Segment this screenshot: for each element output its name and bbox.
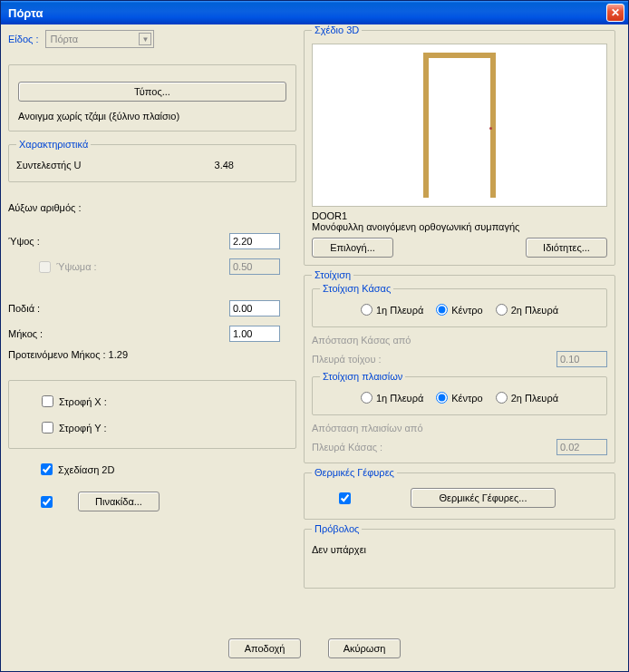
panel-dist-input bbox=[556, 439, 607, 455]
panel-center-option[interactable]: Κέντρο bbox=[436, 392, 482, 404]
frame-dist-label: Απόσταση Κάσας από bbox=[312, 335, 607, 346]
chars-legend: Χαρακτηριστικά bbox=[16, 139, 91, 150]
wall-side-label: Πλευρά τοίχου : bbox=[312, 354, 382, 365]
plate-checkbox[interactable] bbox=[41, 496, 53, 508]
seq-label: Αύξων αριθμός : bbox=[8, 202, 296, 213]
rotx-checkbox[interactable] bbox=[42, 395, 53, 407]
type-button[interactable]: Τύπος... bbox=[18, 82, 286, 102]
frame-align-legend: Στοίχιση Κάσας bbox=[320, 283, 393, 294]
frame-center-option[interactable]: Κέντρο bbox=[436, 304, 482, 316]
dialog-window: Πόρτα ✕ Είδος : Πόρτα ▼ Τύπος... Ανοιγμα… bbox=[0, 0, 629, 672]
panel-align-legend: Στοίχιση πλαισίων bbox=[320, 371, 405, 382]
kind-label: Είδος : bbox=[8, 34, 38, 44]
u-coef-value: 3.48 bbox=[215, 160, 234, 170]
type-description: Ανοιγμα χωρίς τζάμι (ξύλινο πλαίσιο) bbox=[18, 111, 286, 122]
draw2d-checkbox[interactable] bbox=[41, 463, 53, 475]
overhang-legend: Πρόβολος bbox=[312, 523, 362, 534]
door-icon bbox=[423, 53, 496, 198]
preview-legend: Σχέδιο 3D bbox=[312, 24, 362, 35]
cancel-button[interactable]: Ακύρωση bbox=[328, 638, 401, 658]
rise-label: Ύψωμα : bbox=[56, 261, 97, 272]
window-title: Πόρτα bbox=[8, 6, 43, 20]
titlebar: Πόρτα ✕ bbox=[1, 1, 628, 24]
thermal-checkbox[interactable] bbox=[339, 492, 351, 504]
suggested-length: Προτεινόμενο Μήκος : 1.29 bbox=[8, 349, 296, 360]
roty-label: Στροφή Y : bbox=[59, 423, 107, 433]
plate-button[interactable]: Πινακίδα... bbox=[78, 492, 160, 511]
rise-input bbox=[229, 258, 280, 275]
thermal-button[interactable]: Θερμικές Γέφυρες... bbox=[411, 488, 556, 508]
frame-side1-option[interactable]: 1η Πλευρά bbox=[361, 304, 423, 316]
door-code: DOOR1 bbox=[312, 210, 607, 221]
close-icon[interactable]: ✕ bbox=[606, 4, 624, 22]
panel-dist-label: Απόσταση πλαισίων από bbox=[312, 423, 607, 433]
length-input[interactable] bbox=[229, 326, 280, 342]
draw2d-label: Σχεδίαση 2D bbox=[58, 464, 114, 475]
roty-checkbox[interactable] bbox=[42, 422, 53, 433]
ok-button[interactable]: Αποδοχή bbox=[228, 638, 301, 658]
height-input[interactable] bbox=[229, 233, 280, 249]
length-label: Μήκος : bbox=[8, 328, 43, 339]
door-preview bbox=[312, 44, 607, 207]
height-label: Ύψος : bbox=[8, 236, 40, 247]
panel-side1-option[interactable]: 1η Πλευρά bbox=[361, 392, 423, 404]
overhang-text: Δεν υπάρχει bbox=[312, 541, 607, 555]
kind-value: Πόρτα bbox=[50, 34, 78, 44]
chevron-down-icon: ▼ bbox=[139, 33, 151, 45]
properties-button[interactable]: Ιδιότητες... bbox=[526, 238, 607, 258]
panel-side2-option[interactable]: 2η Πλευρά bbox=[496, 392, 558, 404]
rotx-label: Στροφή Χ : bbox=[59, 396, 107, 407]
sill-input[interactable] bbox=[229, 300, 280, 317]
thermal-legend: Θερμικές Γέφυρες bbox=[312, 467, 397, 478]
u-coef-label: Συντελεστής U bbox=[16, 160, 82, 170]
frame-dist-input bbox=[556, 351, 607, 367]
panel-side-label: Πλευρά Κάσας : bbox=[312, 442, 382, 453]
kind-combo: Πόρτα ▼ bbox=[45, 30, 154, 48]
rise-checkbox bbox=[39, 261, 51, 273]
select-button[interactable]: Επιλογή... bbox=[312, 238, 393, 258]
align-legend: Στοίχιση bbox=[312, 269, 353, 280]
sill-label: Ποδιά : bbox=[8, 303, 40, 314]
door-desc: Μονόφυλλη ανοιγόμενη ορθογωνική συμπαγής bbox=[312, 221, 607, 232]
frame-side2-option[interactable]: 2η Πλευρά bbox=[496, 304, 558, 316]
